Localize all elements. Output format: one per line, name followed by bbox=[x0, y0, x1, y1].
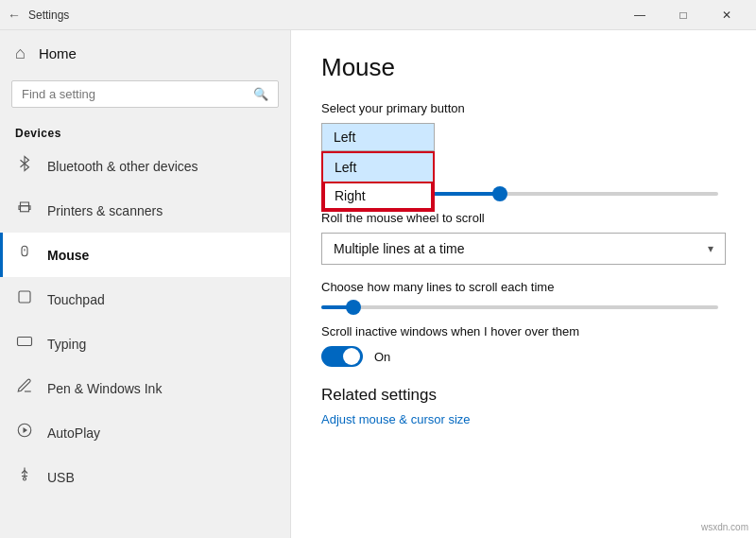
sidebar-item-label-autoplay: AutoPlay bbox=[47, 425, 100, 441]
sidebar-item-label-pen: Pen & Windows Ink bbox=[47, 381, 162, 396]
sidebar-item-autoplay[interactable]: AutoPlay bbox=[0, 410, 290, 455]
chevron-down-icon: ▾ bbox=[708, 242, 713, 255]
toggle-knob bbox=[343, 348, 360, 365]
sidebar-item-bluetooth[interactable]: Bluetooth & other devices bbox=[0, 144, 290, 188]
sidebar-item-label-bluetooth: Bluetooth & other devices bbox=[47, 159, 198, 174]
sidebar-item-mouse[interactable]: Mouse bbox=[0, 233, 290, 277]
home-icon: ⌂ bbox=[15, 43, 26, 63]
sidebar-home-label: Home bbox=[39, 45, 77, 61]
svg-point-10 bbox=[24, 477, 26, 480]
related-link[interactable]: Adjust mouse & cursor size bbox=[321, 412, 726, 426]
related-settings-title: Related settings bbox=[321, 386, 726, 405]
dropdown-options-list: Left Right bbox=[321, 151, 435, 212]
sidebar: ⌂ Home 🔍 Devices Bluetooth & other devic… bbox=[0, 30, 291, 538]
sidebar-item-printers[interactable]: Printers & scanners bbox=[0, 188, 290, 233]
sidebar-item-home[interactable]: ⌂ Home bbox=[0, 30, 290, 77]
dropdown-option-left[interactable]: Left bbox=[323, 153, 433, 182]
sidebar-section-label: Devices bbox=[0, 119, 290, 144]
dropdown-option-right[interactable]: Right bbox=[323, 182, 433, 210]
sidebar-item-pen[interactable]: Pen & Windows Ink bbox=[0, 366, 290, 410]
titlebar-title: Settings bbox=[28, 9, 69, 22]
roll-selected-option: Multiple lines at a time bbox=[334, 241, 465, 256]
svg-marker-9 bbox=[24, 427, 28, 433]
lines-slider-container bbox=[321, 305, 726, 309]
maximize-button[interactable]: □ bbox=[662, 0, 705, 30]
search-icon: 🔍 bbox=[253, 87, 268, 101]
svg-rect-4 bbox=[18, 338, 32, 346]
toggle-state-label: On bbox=[374, 350, 390, 364]
content-area: Mouse Select your primary button Left Le… bbox=[291, 30, 756, 538]
titlebar-controls: — □ ✕ bbox=[618, 0, 748, 30]
watermark: wsxdn.com bbox=[701, 522, 748, 532]
dropdown-selected-option[interactable]: Left bbox=[321, 123, 435, 151]
sidebar-item-label-touchpad: Touchpad bbox=[47, 292, 105, 307]
page-title: Mouse bbox=[321, 53, 726, 82]
toggle-row: On bbox=[321, 346, 726, 367]
roll-label: Roll the mouse wheel to scroll bbox=[321, 211, 726, 225]
inactive-toggle[interactable] bbox=[321, 346, 363, 367]
sidebar-item-label-printers: Printers & scanners bbox=[47, 203, 163, 218]
touchpad-icon bbox=[15, 288, 34, 310]
lines-slider-track bbox=[321, 305, 718, 309]
search-input[interactable] bbox=[22, 87, 246, 101]
sidebar-item-label-typing: Typing bbox=[47, 337, 86, 352]
usb-icon bbox=[15, 466, 34, 488]
app-body: ⌂ Home 🔍 Devices Bluetooth & other devic… bbox=[0, 30, 756, 538]
sidebar-item-label-mouse: Mouse bbox=[47, 248, 89, 263]
primary-button-label: Select your primary button bbox=[321, 101, 726, 115]
lines-slider-thumb[interactable] bbox=[346, 300, 361, 315]
close-button[interactable]: ✕ bbox=[705, 0, 748, 30]
lines-label: Choose how many lines to scroll each tim… bbox=[321, 280, 726, 294]
sidebar-item-touchpad[interactable]: Touchpad bbox=[0, 277, 290, 321]
back-button[interactable]: ← bbox=[8, 8, 21, 23]
sidebar-item-usb[interactable]: USB bbox=[0, 455, 290, 499]
svg-rect-0 bbox=[21, 206, 29, 212]
titlebar-left: ← Settings bbox=[8, 8, 69, 23]
svg-rect-3 bbox=[19, 291, 30, 303]
bluetooth-icon bbox=[15, 155, 34, 177]
mouse-icon bbox=[15, 244, 34, 266]
search-box: 🔍 bbox=[11, 80, 279, 108]
printers-icon bbox=[15, 200, 34, 221]
roll-dropdown[interactable]: Multiple lines at a time ▾ bbox=[321, 233, 726, 265]
minimize-button[interactable]: — bbox=[618, 0, 662, 30]
sidebar-item-typing[interactable]: Typing bbox=[0, 321, 290, 366]
primary-button-dropdown: Left Left Right bbox=[321, 123, 435, 151]
sidebar-items-container: Bluetooth & other devices Printers & sca… bbox=[0, 144, 290, 499]
autoplay-icon bbox=[15, 422, 34, 443]
inactive-label: Scroll inactive windows when I hover ove… bbox=[321, 324, 726, 338]
titlebar: ← Settings — □ ✕ bbox=[0, 0, 756, 30]
pen-icon bbox=[15, 377, 34, 399]
typing-icon bbox=[15, 333, 34, 355]
cursor-speed-thumb[interactable] bbox=[492, 186, 507, 201]
related-links-container: Adjust mouse & cursor size bbox=[321, 412, 726, 426]
sidebar-item-label-usb: USB bbox=[47, 470, 75, 485]
